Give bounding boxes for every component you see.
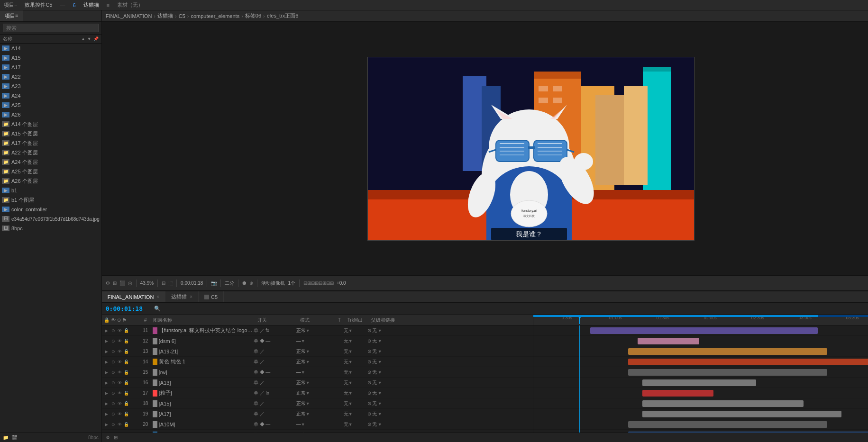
track-bar[interactable] <box>638 338 699 344</box>
expand-icon[interactable]: ▶ <box>104 328 110 334</box>
eye-icon[interactable]: 👁 <box>117 390 123 396</box>
viewer-cam-icon[interactable]: 📷 <box>211 280 217 286</box>
lock-icon[interactable]: 🔓 <box>124 370 129 375</box>
tl-tab-c5[interactable]: C5 <box>199 291 224 302</box>
solo-icon[interactable]: ⊙ <box>110 401 116 406</box>
layer-mode[interactable]: 正常▼ <box>296 327 334 334</box>
tracks-area[interactable]: 0:30s 01:00s 01:30s 02:00s 02:30s 03:00s… <box>533 315 868 433</box>
menu-effects[interactable]: 效果控件C5 <box>25 1 52 9</box>
tl-search-icon[interactable]: 🔍 <box>154 306 161 312</box>
layer-trkmat[interactable]: 无▼ <box>344 411 367 417</box>
solo-icon[interactable]: ⊙ <box>110 390 116 396</box>
layer-parent[interactable]: ⊙ 无▼ <box>367 369 429 376</box>
menu-comp-name[interactable]: 达貓猫 <box>83 1 99 9</box>
current-time-display[interactable]: 0:00:01:18 <box>181 280 203 286</box>
lock-icon[interactable]: 🔓 <box>124 422 129 427</box>
expand-icon[interactable]: ▶ <box>104 338 110 344</box>
lock-icon[interactable]: 🔓 <box>124 411 129 417</box>
layer-mode[interactable]: —▼ <box>296 422 334 427</box>
layer-row[interactable]: ▶ ⊙ 👁 🔓 13 [A19-21] 单 ／ 正常▼ 无▼ ⊙ 无▼ <box>102 346 533 357</box>
list-item[interactable]: 📁 A15 个图层 <box>0 129 101 138</box>
layer-parent[interactable]: ⊙ 无▼ <box>367 390 429 397</box>
menu-project[interactable]: 项目≡ <box>4 1 17 9</box>
track-bar[interactable] <box>628 348 827 355</box>
track-bar[interactable] <box>642 411 841 417</box>
layer-row[interactable]: ▶ ⊙ 👁 🔓 18 [A15] 单 ／ 正常▼ 无▼ ⊙ 无▼ <box>102 398 533 409</box>
lock-icon[interactable]: 🔓 <box>124 349 129 354</box>
breadcrumb-item-4[interactable]: computeer_elements <box>191 13 239 19</box>
list-item[interactable]: ▶ b1 <box>0 186 101 195</box>
track-bar[interactable] <box>628 421 827 428</box>
expand-icon[interactable]: ▶ <box>104 390 110 396</box>
list-item[interactable]: ▶ A26 <box>0 110 101 119</box>
tl-tab-close[interactable]: × <box>190 294 192 299</box>
lock-icon[interactable]: 🔓 <box>124 401 129 406</box>
layer-mode[interactable]: 正常▼ <box>296 411 334 417</box>
bottom-icon2[interactable]: ⊞ <box>114 435 118 440</box>
layer-trkmat[interactable]: 无▼ <box>344 400 367 407</box>
layer-mode[interactable]: —▼ <box>296 370 334 375</box>
layer-trkmat[interactable]: 无▼ <box>344 327 367 334</box>
viewer-ctrl-icon2[interactable]: ⊞ <box>113 280 117 286</box>
lock-icon[interactable]: 🔓 <box>124 359 129 365</box>
track-bar[interactable] <box>642 379 756 386</box>
solo-icon[interactable]: ⊙ <box>110 328 116 334</box>
solo-icon[interactable]: ⊙ <box>110 359 116 365</box>
tl-tab-final[interactable]: FINAL_ANIMATION × <box>102 291 165 302</box>
list-item[interactable]: 📁 b1 个图层 <box>0 195 101 205</box>
list-item[interactable]: ▶ color_controller <box>0 205 101 214</box>
list-item[interactable]: ▶ A23 <box>0 81 101 91</box>
eye-icon[interactable]: 👁 <box>117 422 123 427</box>
list-item[interactable]: 📁 A17 个图层 <box>0 138 101 148</box>
track-bar[interactable] <box>642 400 804 407</box>
eye-icon[interactable]: 👁 <box>117 370 123 375</box>
layer-row[interactable]: ▶ ⊙ 👁 🔓 20 [A10M] 单 ◆ — —▼ 无▼ ⊙ 无▼ <box>102 419 533 430</box>
layer-trkmat[interactable]: 无▼ <box>344 338 367 344</box>
layer-trkmat[interactable]: 无▼ <box>344 421 367 428</box>
breadcrumb-item-5[interactable]: 标签06 <box>245 12 261 19</box>
layer-mode[interactable]: 正常▼ <box>296 359 334 365</box>
project-search-input[interactable] <box>3 24 99 32</box>
layer-mode[interactable]: —▼ <box>296 338 334 343</box>
solo-icon[interactable]: ⊙ <box>110 370 116 375</box>
layer-mode[interactable]: 正常▼ <box>296 348 334 355</box>
list-item[interactable]: ▶ A24 <box>0 91 101 100</box>
layer-parent[interactable]: ⊙ 无▼ <box>367 379 429 386</box>
list-item[interactable]: 🎞 8bpc <box>0 224 101 233</box>
layer-row[interactable]: ▶ ⊙ 👁 🔓 16 [A13] 单 ／ 正常▼ 无▼ ⊙ 无▼ <box>102 378 533 388</box>
viewer-ctrl-icon6[interactable]: ⬚ <box>168 280 173 286</box>
track-bar[interactable] <box>628 369 827 376</box>
layer-parent[interactable]: ⊙ 无▼ <box>367 400 429 407</box>
layer-parent[interactable]: ⊙ 无▼ <box>367 421 429 428</box>
new-folder-btn[interactable]: 📁 <box>3 435 9 440</box>
tl-tab-damaomao[interactable]: 达貓猫 × <box>165 291 199 302</box>
eye-icon[interactable]: 👁 <box>117 411 123 417</box>
layer-parent[interactable]: ⊙ 无▼ <box>367 348 429 355</box>
tl-tab-close[interactable]: × <box>156 294 159 299</box>
list-item[interactable]: 📁 A26 个图层 <box>0 176 101 186</box>
track-bar[interactable] <box>628 432 868 433</box>
expand-icon[interactable]: ▶ <box>104 370 110 375</box>
expand-icon[interactable]: ▶ <box>104 359 110 365</box>
zoom-level[interactable]: 43.9% <box>140 280 154 286</box>
layer-row[interactable]: ▶ ⊙ 👁 🔓 19 [A17] 单 ／ 正常▼ 无▼ ⊙ 无▼ <box>102 409 533 419</box>
list-item[interactable]: ▶ A14 <box>0 44 101 53</box>
viewer-ctrl-icon4[interactable]: ◎ <box>128 280 132 286</box>
lock-icon[interactable]: 🔓 <box>124 338 129 344</box>
breadcrumb-item-2[interactable]: 达貓猫 <box>157 12 173 19</box>
layer-trkmat[interactable]: 无▼ <box>344 348 367 355</box>
layer-trkmat[interactable]: 无▼ <box>344 369 367 376</box>
lock-icon[interactable]: 🔓 <box>124 380 129 386</box>
layer-parent[interactable]: ⊙ 无▼ <box>367 327 429 334</box>
list-item[interactable]: 📁 A24 个图层 <box>0 157 101 167</box>
bottom-icon1[interactable]: ⚙ <box>106 435 110 440</box>
layer-trkmat[interactable]: 无▼ <box>344 390 367 397</box>
tab-project[interactable]: 项目≡ <box>0 10 23 21</box>
layer-trkmat[interactable]: 无▼ <box>344 379 367 386</box>
breadcrumb-item-1[interactable]: FINAL_ANIMATION <box>106 13 152 19</box>
viewer-ctrl-icon7[interactable]: ⬢ <box>242 280 247 286</box>
layer-mode[interactable]: 正常▼ <box>296 379 334 386</box>
sort-asc-icon[interactable]: ▲ <box>81 36 85 41</box>
eye-icon[interactable]: 👁 <box>117 338 123 344</box>
expand-icon[interactable]: ▶ <box>104 380 110 386</box>
